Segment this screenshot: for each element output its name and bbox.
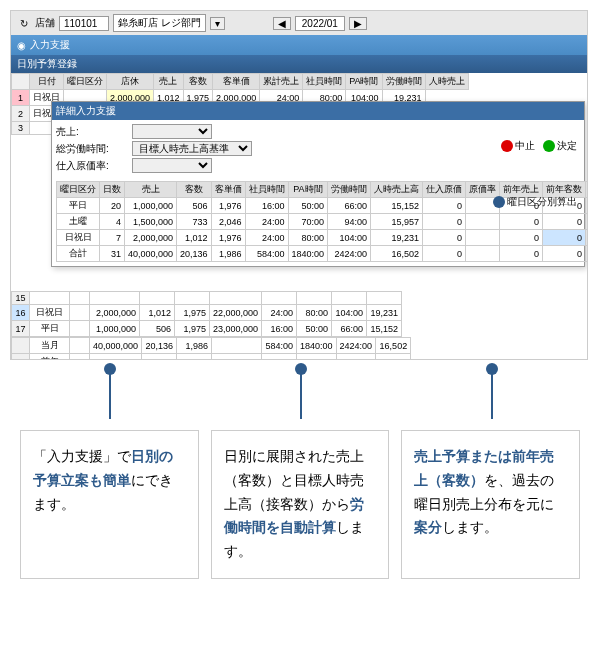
labor-label: 総労働時間: — [56, 142, 126, 156]
labor-select[interactable]: 目標人時売上高基準 — [132, 141, 252, 156]
toolbar: ↻ 店舗 110101 錦糸町店 レジ部門 ▾ ◀ 2022/01 ▶ — [11, 11, 587, 35]
summary-row: 当月40,000,00020,1361,986584:001840:002424… — [12, 338, 411, 354]
export-button[interactable]: 曜日区分別算出 — [493, 195, 577, 209]
table-row[interactable]: 合計3140,000,00020,1361,986584:001840:0024… — [57, 246, 589, 262]
sales-label: 売上: — [56, 125, 126, 139]
table-row[interactable]: 17平日1,000,0005061,97523,000,00016:0050:0… — [12, 321, 402, 337]
cancel-icon — [501, 140, 513, 152]
table-row[interactable]: 土曜41,500,0007332,04624:0070:0094:0015,95… — [57, 214, 589, 230]
prev-month-btn[interactable]: ◀ — [273, 17, 291, 30]
table-row[interactable]: 16日祝日2,000,0001,0121,97522,000,00024:008… — [12, 305, 402, 321]
table-row[interactable]: 日祝日72,000,0001,0121,97624:0080:00104:001… — [57, 230, 589, 246]
cost-select[interactable] — [132, 158, 212, 173]
cancel-button[interactable]: 中止 — [501, 139, 535, 153]
sales-select[interactable] — [132, 124, 212, 139]
summary-table: 当月40,000,00020,1361,986584:001840:002424… — [11, 337, 411, 360]
callout-3: 売上予算または前年売上（客数）を、過去の曜日別売上分布を元に案分します。 — [401, 430, 580, 579]
refresh-icon[interactable]: ↻ — [17, 16, 31, 30]
next-month-btn[interactable]: ▶ — [349, 17, 367, 30]
overlay-table: 曜日区分日数売上客数客単価社員時間PA時間労働時間人時売上高仕入原価原価率前年売… — [56, 181, 588, 262]
overlay-title: 詳細入力支援 — [52, 102, 584, 120]
circle-icon: ◉ — [17, 40, 26, 51]
support-header: ◉ 入力支援 — [11, 35, 587, 55]
callout-2: 日別に展開された売上（客数）と目標人時売上高（接客数）から労働時間を自動計算しま… — [211, 430, 390, 579]
store-name-field: 錦糸町店 レジ部門 — [113, 14, 206, 32]
detail-overlay: 詳細入力支援 売上: 総労働時間: 目標人時売上高基準 仕入原価率: 曜日区分日… — [51, 101, 585, 267]
summary-row: 前年00--0:000:000:00- — [12, 354, 411, 361]
bottom-table: 1516日祝日2,000,0001,0121,97522,000,00024:0… — [11, 291, 402, 337]
ok-button[interactable]: 決定 — [543, 139, 577, 153]
dropdown-btn[interactable]: ▾ — [210, 17, 225, 30]
ok-icon — [543, 140, 555, 152]
app-screenshot: ↻ 店舗 110101 錦糸町店 レジ部門 ▾ ◀ 2022/01 ▶ ◉ 入力… — [10, 10, 588, 360]
callout-1: 「入力支援」で日別の予算立案も簡単にできます。 — [20, 430, 199, 579]
register-header: 日別予算登録 — [11, 55, 587, 73]
date-field[interactable]: 2022/01 — [295, 16, 345, 31]
callouts: 「入力支援」で日別の予算立案も簡単にできます。 日別に展開された売上（客数）と目… — [0, 420, 600, 599]
table-row[interactable]: 15 — [12, 292, 402, 305]
export-icon — [493, 196, 505, 208]
store-code-input[interactable]: 110101 — [59, 16, 109, 31]
store-label: 店舗 — [35, 16, 55, 30]
cost-label: 仕入原価率: — [56, 159, 126, 173]
